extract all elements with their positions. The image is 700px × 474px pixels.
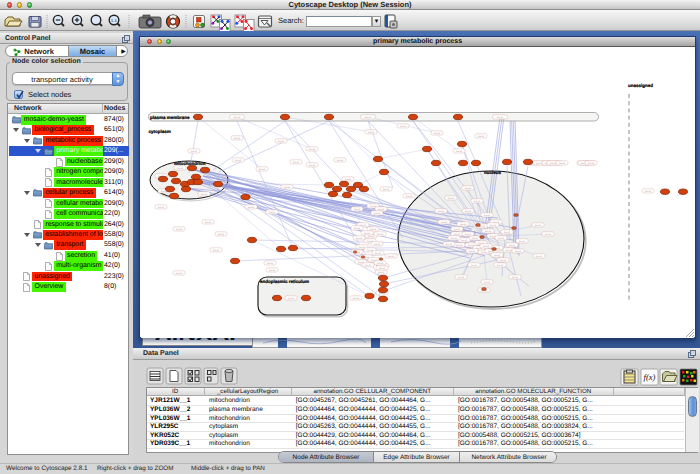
svg-text:(xx-x): (xx-x)	[456, 150, 463, 153]
svg-text:(xx-x): (xx-x)	[550, 162, 557, 165]
svg-text:(xx-x): (xx-x)	[377, 262, 384, 265]
svg-text:(xx-x): (xx-x)	[536, 162, 543, 165]
svg-text:(xx-x): (xx-x)	[474, 200, 481, 203]
svg-text:(xx-x): (xx-x)	[378, 271, 385, 274]
svg-text:(xx-x): (xx-x)	[471, 264, 478, 267]
svg-text:(xx-x): (xx-x)	[500, 259, 507, 262]
svg-text:(xx-x): (xx-x)	[374, 212, 381, 215]
svg-text:unassigned: unassigned	[628, 83, 653, 88]
svg-text:(xx-x): (xx-x)	[469, 250, 476, 253]
svg-text:(xx-x): (xx-x)	[377, 233, 384, 236]
svg-text:(xx-x): (xx-x)	[535, 224, 542, 227]
svg-text:(xx-x): (xx-x)	[512, 276, 519, 279]
svg-text:plasma membrane: plasma membrane	[150, 115, 190, 120]
svg-text:(xx-x): (xx-x)	[448, 197, 455, 200]
svg-text:(xx-x): (xx-x)	[465, 210, 472, 213]
svg-text:(xx-x): (xx-x)	[191, 150, 198, 153]
svg-text:(xx-x): (xx-x)	[536, 255, 543, 258]
svg-text:(xx-x): (xx-x)	[509, 244, 516, 247]
svg-text:(xx-x): (xx-x)	[364, 232, 371, 235]
svg-text:(xx-x): (xx-x)	[504, 231, 511, 234]
svg-text:(xx-x): (xx-x)	[309, 164, 316, 167]
svg-text:(xx-x): (xx-x)	[293, 161, 300, 164]
svg-text:(xx-x): (xx-x)	[235, 159, 242, 162]
svg-text:(xx-x): (xx-x)	[269, 269, 276, 272]
svg-text:(xx-x): (xx-x)	[483, 245, 490, 248]
svg-text:1:1: 1:1	[111, 18, 118, 23]
svg-text:(xx-x): (xx-x)	[456, 244, 463, 247]
svg-text:(xx-x): (xx-x)	[158, 206, 165, 209]
svg-text:(xx-x): (xx-x)	[498, 237, 505, 240]
svg-text:(xx-x): (xx-x)	[345, 178, 352, 181]
svg-text:(xx-x): (xx-x)	[374, 243, 381, 246]
svg-text:(xx-x): (xx-x)	[368, 131, 375, 134]
svg-text:(xx-x): (xx-x)	[201, 193, 208, 196]
svg-text:(xx-x): (xx-x)	[177, 167, 184, 170]
svg-text:(xx-x): (xx-x)	[545, 233, 552, 236]
svg-text:(xx-x): (xx-x)	[454, 228, 461, 231]
svg-text:(xx-x): (xx-x)	[434, 132, 441, 135]
svg-text:mitochondrion: mitochondrion	[174, 161, 206, 166]
svg-text:(xx-x): (xx-x)	[494, 254, 501, 257]
svg-text:(xx-x): (xx-x)	[472, 237, 479, 240]
svg-text:(xx-x): (xx-x)	[269, 211, 276, 214]
svg-text:(xx-x): (xx-x)	[485, 230, 492, 233]
svg-text:(xx-x): (xx-x)	[365, 264, 372, 267]
svg-text:(xx-x): (xx-x)	[259, 168, 266, 171]
svg-text:(xx-x): (xx-x)	[218, 233, 225, 236]
svg-text:(xx-x): (xx-x)	[288, 297, 295, 300]
svg-text:(xx-x): (xx-x)	[354, 227, 361, 230]
svg-text:(xx-x): (xx-x)	[559, 162, 566, 165]
svg-text:(xx-x): (xx-x)	[451, 237, 458, 240]
svg-text:(xx-x): (xx-x)	[461, 239, 468, 242]
svg-text:endoplasmic reticulum: endoplasmic reticulum	[260, 279, 309, 284]
svg-text:(xx-x): (xx-x)	[383, 188, 390, 191]
svg-text:(xx-x): (xx-x)	[176, 272, 183, 275]
svg-text:(xx-x): (xx-x)	[356, 237, 363, 240]
svg-text:(xx-x): (xx-x)	[497, 116, 504, 119]
svg-text:(xx-x): (xx-x)	[465, 187, 472, 190]
svg-text:(xx-x): (xx-x)	[365, 116, 372, 119]
svg-text:(xx-x): (xx-x)	[368, 235, 375, 238]
svg-text:(xx-x): (xx-x)	[406, 195, 413, 198]
svg-text:(xx-x): (xx-x)	[267, 262, 274, 265]
svg-text:(xx-x): (xx-x)	[645, 190, 652, 193]
svg-text:(xx-x): (xx-x)	[379, 267, 386, 270]
svg-text:nucleus: nucleus	[484, 170, 502, 175]
svg-text:(xx-x): (xx-x)	[506, 249, 513, 252]
svg-text:(xx-x): (xx-x)	[478, 135, 485, 138]
svg-text:(xx-x): (xx-x)	[388, 255, 395, 258]
svg-text:(xx-x): (xx-x)	[458, 276, 465, 279]
svg-text:(xx-x): (xx-x)	[497, 264, 504, 267]
svg-text:(xx-x): (xx-x)	[354, 208, 361, 211]
svg-text:(xx-x): (xx-x)	[337, 159, 344, 162]
svg-text:(xx-x): (xx-x)	[375, 252, 382, 255]
svg-text:(xx-x): (xx-x)	[519, 240, 526, 243]
svg-text:(xx-x): (xx-x)	[353, 297, 360, 300]
svg-text:(xx-x): (xx-x)	[309, 148, 316, 151]
svg-text:(xx-x): (xx-x)	[248, 206, 255, 209]
svg-text:(xx-x): (xx-x)	[234, 137, 241, 140]
svg-text:(xx-x): (xx-x)	[484, 214, 491, 217]
svg-text:(xx-x): (xx-x)	[176, 228, 183, 231]
svg-text:(xx-x): (xx-x)	[465, 233, 472, 236]
svg-text:(xx-x): (xx-x)	[400, 125, 407, 128]
svg-text:(xx-x): (xx-x)	[213, 249, 220, 252]
svg-text:(xx-x): (xx-x)	[484, 281, 491, 284]
svg-text:(xx-x): (xx-x)	[490, 224, 497, 227]
svg-text:(xx-x): (xx-x)	[284, 186, 291, 189]
svg-text:(xx-x): (xx-x)	[588, 162, 595, 165]
svg-text:f(x): f(x)	[644, 372, 656, 382]
svg-text:(xx-x): (xx-x)	[234, 116, 241, 119]
svg-text:(xx-x): (xx-x)	[441, 221, 448, 224]
svg-text:(xx-x): (xx-x)	[278, 140, 285, 143]
svg-text:(xx-x): (xx-x)	[460, 223, 467, 226]
svg-text:(xx-x): (xx-x)	[446, 243, 453, 246]
svg-text:(xx-x): (xx-x)	[438, 210, 445, 213]
svg-text:(xx-x): (xx-x)	[515, 250, 522, 253]
svg-text:cytoplasm: cytoplasm	[149, 129, 171, 134]
svg-text:(xx-x): (xx-x)	[205, 221, 212, 224]
